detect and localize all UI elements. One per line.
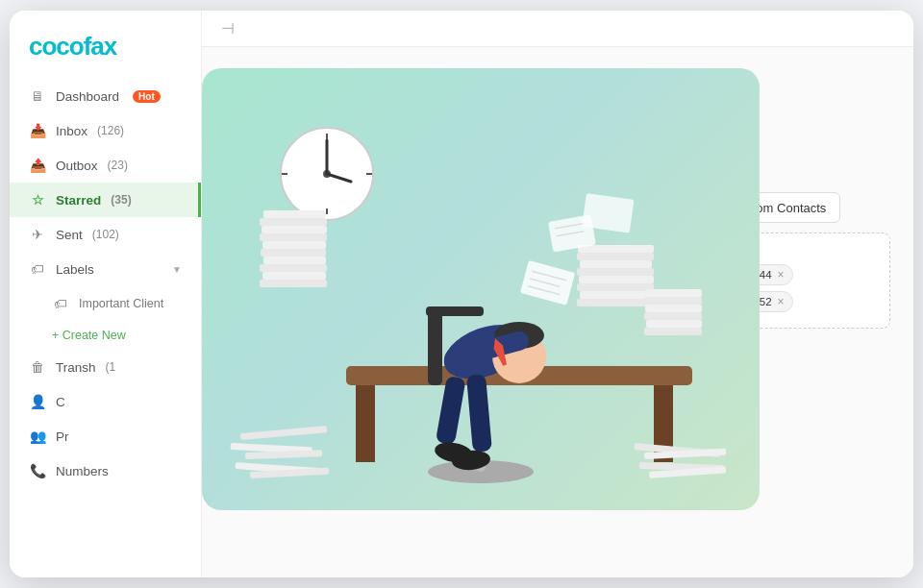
svg-rect-12: [262, 272, 326, 280]
topbar: ⊣: [202, 11, 913, 47]
svg-rect-11: [260, 280, 327, 287]
svg-rect-31: [644, 312, 702, 320]
sidebar-item-numbers[interactable]: 📞 Numbers: [10, 453, 201, 488]
user-icon: 👤: [29, 394, 46, 409]
sidebar-item-contacts[interactable]: 👤 C: [10, 384, 201, 419]
illustration-svg: [202, 68, 760, 510]
star-icon: ☆: [29, 192, 46, 208]
svg-rect-16: [262, 241, 326, 249]
chip-close-button[interactable]: ×: [778, 268, 785, 282]
logo: cocofax: [10, 11, 201, 79]
svg-rect-52: [436, 376, 466, 445]
svg-rect-15: [261, 249, 326, 257]
svg-rect-22: [580, 291, 652, 299]
sidebar-item-label: Numbers: [56, 464, 109, 478]
outbox-count: (23): [108, 159, 128, 172]
sidebar-item-label: Starred: [56, 193, 101, 208]
app-container: cocofax 🖥 Dashboard Hot 📥 Inbox (126) 📤 …: [10, 11, 913, 577]
send-icon: ✈: [29, 227, 46, 242]
sidebar-item-inbox[interactable]: 📥 Inbox (126): [10, 113, 201, 148]
sidebar-nav: 🖥 Dashboard Hot 📥 Inbox (126) 📤 Outbox (…: [10, 79, 201, 577]
sidebar-item-label: Outbox: [56, 159, 98, 173]
sidebar-item-label: Important Client: [79, 297, 163, 310]
sidebar-item-profile[interactable]: 👥 Pr: [10, 419, 201, 453]
svg-rect-23: [577, 283, 654, 291]
chevron-down-icon: ▼: [172, 264, 182, 275]
svg-rect-14: [263, 257, 326, 264]
svg-rect-47: [426, 306, 484, 316]
sidebar-item-label: C: [56, 395, 65, 409]
inbox-icon: 📥: [29, 123, 46, 138]
trash-icon: 🗑: [29, 359, 46, 375]
sidebar-item-label: Transh: [56, 360, 96, 375]
sidebar-item-dashboard[interactable]: 🖥 Dashboard Hot: [10, 79, 201, 113]
svg-rect-46: [428, 308, 442, 385]
trash-count: (1: [106, 360, 116, 374]
phone-icon: 📞: [29, 463, 46, 478]
sidebar-item-trash[interactable]: 🗑 Transh (1: [10, 350, 201, 384]
outbox-icon: 📤: [29, 158, 46, 173]
monitor-icon: 🖥: [29, 88, 46, 104]
sidebar-item-label: Sent: [56, 228, 83, 242]
logo-text: cocofax: [29, 32, 116, 61]
svg-rect-25: [577, 268, 654, 276]
sidebar-item-sent[interactable]: ✈ Sent (102): [10, 217, 201, 252]
svg-rect-28: [578, 245, 654, 253]
sidebar-item-label: Labels: [56, 262, 94, 277]
create-new-label: + Create New: [52, 329, 126, 342]
sidebar-item-label: Dashboard: [56, 89, 119, 104]
svg-rect-9: [356, 385, 375, 462]
svg-rect-26: [580, 260, 652, 268]
svg-rect-34: [646, 289, 702, 297]
svg-rect-24: [579, 276, 654, 283]
svg-rect-33: [644, 297, 702, 305]
sidebar-item-label: Pr: [56, 429, 69, 444]
sidebar-item-label: Inbox: [56, 124, 87, 138]
svg-rect-20: [263, 210, 326, 218]
users-icon: 👥: [29, 429, 46, 444]
illustration-overlay: [202, 68, 760, 510]
tag-icon: 🏷: [29, 261, 46, 277]
svg-rect-29: [644, 328, 702, 335]
create-new-button[interactable]: + Create New: [10, 321, 201, 350]
sidebar: cocofax 🖥 Dashboard Hot 📥 Inbox (126) 📤 …: [10, 11, 202, 577]
svg-rect-18: [262, 226, 327, 233]
svg-rect-13: [260, 264, 327, 272]
svg-rect-53: [466, 374, 492, 452]
svg-rect-21: [577, 299, 654, 306]
main-content: ⊣ Sent Fax How to use Remain pages: 1200…: [202, 11, 913, 577]
collapse-icon[interactable]: ⊣: [221, 19, 235, 37]
sidebar-item-starred[interactable]: ☆ Starred (35): [10, 183, 201, 217]
svg-rect-37: [245, 450, 322, 459]
tag-sub-icon: 🏷: [52, 296, 69, 311]
svg-rect-30: [646, 320, 702, 328]
chip-close-button[interactable]: ×: [778, 295, 785, 308]
sidebar-item-labels[interactable]: 🏷 Labels ▼: [10, 252, 201, 286]
hot-badge: Hot: [133, 90, 161, 103]
starred-count: (35): [111, 193, 131, 207]
inbox-count: (126): [97, 124, 124, 137]
sent-count: (102): [92, 228, 119, 241]
sidebar-item-outbox[interactable]: 📤 Outbox (23): [10, 148, 201, 183]
svg-rect-64: [582, 193, 634, 233]
svg-rect-27: [577, 253, 654, 260]
svg-rect-17: [260, 233, 327, 241]
svg-rect-19: [260, 218, 327, 226]
sidebar-item-important-client[interactable]: 🏷 Important Client: [10, 286, 201, 321]
svg-rect-32: [645, 305, 702, 312]
svg-rect-35: [240, 426, 327, 440]
